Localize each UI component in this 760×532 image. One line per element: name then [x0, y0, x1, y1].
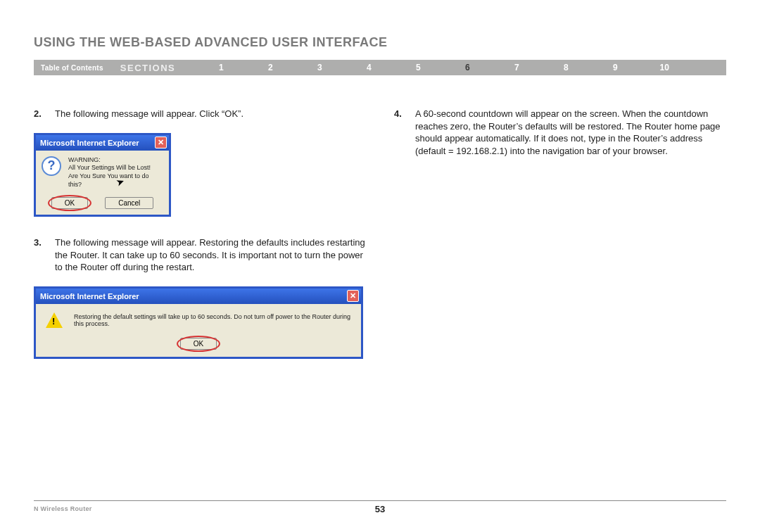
warn-line2: All Your Settings Will be Lost!: [68, 164, 163, 172]
step-num: 3.: [34, 236, 55, 274]
dialog-message: WARNING: All Your Settings Will be Lost!…: [68, 156, 163, 189]
page-footer: N Wireless Router 53: [34, 500, 726, 512]
dialog-body: ? WARNING: All Your Settings Will be Los…: [36, 151, 169, 196]
ok-button[interactable]: OK: [51, 197, 88, 209]
close-icon[interactable]: ✕: [347, 290, 359, 302]
dialog-buttons: OK: [36, 334, 361, 357]
dialog-body: Restoring the default settings will take…: [36, 304, 361, 334]
nav-toc[interactable]: Table of Contents: [41, 64, 120, 72]
warn-line1: WARNING:: [68, 156, 163, 165]
nav-item-3[interactable]: 3: [295, 63, 344, 72]
close-icon[interactable]: ✕: [155, 137, 167, 148]
step-num: 4.: [394, 108, 415, 157]
left-column: 2. The following message will appear. Cl…: [34, 108, 366, 359]
nav-item-2[interactable]: 2: [246, 63, 295, 72]
step-num: 2.: [34, 108, 55, 120]
page-number: 53: [375, 504, 385, 514]
nav-item-10[interactable]: 10: [640, 63, 689, 72]
step-text: The following message will appear. Resto…: [55, 236, 366, 274]
section-nav: Table of Contents SECTIONS 1 2 3 4 5 6 7…: [34, 60, 726, 75]
dialog-title: Microsoft Internet Explorer: [40, 292, 139, 300]
right-column: 4. A 60-second countdown will appear on …: [394, 108, 726, 359]
nav-item-8[interactable]: 8: [541, 63, 590, 72]
dialog-titlebar: Microsoft Internet Explorer ✕: [36, 289, 361, 304]
cancel-button[interactable]: Cancel: [105, 197, 153, 209]
step-4: 4. A 60-second countdown will appear on …: [394, 108, 726, 157]
step-2: 2. The following message will appear. Cl…: [34, 108, 366, 120]
content-columns: 2. The following message will appear. Cl…: [34, 108, 726, 359]
page-title: USING THE WEB-BASED ADVANCED USER INTERF…: [34, 35, 726, 50]
product-name: N Wireless Router: [34, 505, 92, 512]
question-icon: ?: [42, 156, 61, 176]
nav-item-4[interactable]: 4: [344, 63, 393, 72]
manual-page: USING THE WEB-BASED ADVANCED USER INTERF…: [0, 0, 760, 532]
nav-item-6[interactable]: 6: [443, 63, 492, 72]
step-3: 3. The following message will appear. Re…: [34, 236, 366, 274]
dialog-buttons: OK ➤ Cancel: [36, 196, 169, 215]
nav-item-7[interactable]: 7: [492, 63, 541, 72]
ok-button[interactable]: OK: [180, 338, 217, 350]
warning-icon: [46, 312, 63, 328]
step-text: A 60-second countdown will appear on the…: [415, 108, 726, 157]
step-text: The following message will appear. Click…: [55, 108, 366, 120]
restoring-dialog: Microsoft Internet Explorer ✕ Restoring …: [34, 286, 363, 359]
nav-sections-label: SECTIONS: [120, 63, 196, 73]
nav-item-5[interactable]: 5: [393, 63, 443, 72]
confirm-dialog: Microsoft Internet Explorer ✕ ? WARNING:…: [34, 133, 171, 217]
dialog-message: Restoring the default settings will take…: [74, 313, 351, 327]
nav-item-9[interactable]: 9: [590, 63, 640, 72]
nav-item-1[interactable]: 1: [196, 63, 246, 72]
dialog-titlebar: Microsoft Internet Explorer ✕: [36, 135, 169, 151]
dialog-title: Microsoft Internet Explorer: [40, 139, 139, 147]
